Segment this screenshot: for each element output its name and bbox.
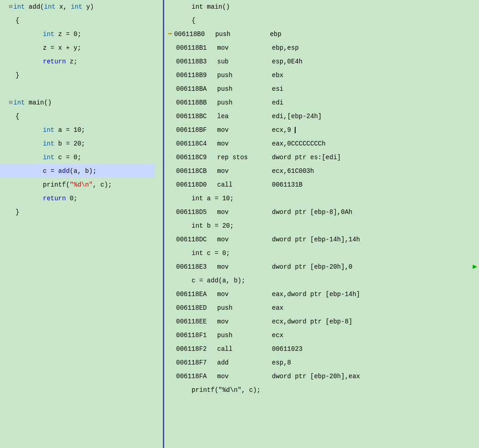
disasm-row-006118ED: 006118ED push eax (164, 301, 479, 315)
var-a-decl-line: int a = 10; (9, 123, 163, 137)
source-line-call-add: c = add(a, b); (164, 274, 479, 287)
disasm-row-006118B0: ➡ 006118B0 push ebp (164, 27, 479, 41)
call-add-line: c = add(a, b); (0, 164, 155, 178)
source-line-printf: printf("%d\n", c); (164, 383, 479, 397)
disasm-row-006118F1: 006118F1 push ecx (164, 328, 479, 342)
disasm-row-006118C9: 006118C9 rep stos dword ptr es:[edi] (164, 151, 479, 164)
func-main-header-line: ⊟int main() (9, 96, 163, 109)
disasm-row-006118B3: 006118B3 sub esp,0E4h (164, 55, 479, 68)
return-0-line: return 0; (9, 192, 163, 205)
disasm-header-brace: { (164, 14, 479, 27)
func-name-main: main (29, 96, 44, 109)
disasm-row-006118D0: 006118D0 call 0061131B (164, 178, 479, 192)
add-brace-close: } (9, 68, 163, 82)
var-b-decl-line: int b = 20; (9, 137, 163, 151)
disasm-row-006118EE: 006118EE mov ecx,dword ptr [ebp-8] (164, 315, 479, 328)
disasm-row-006118DC: 006118DC mov dword ptr [ebp-14h],14h (164, 233, 479, 246)
disassembly-pane: int main() { ➡ 006118B0 push ebp 006118B… (164, 0, 479, 448)
var-z-assign-line: z = x + y; (9, 41, 163, 55)
main-brace-open: { (9, 109, 163, 123)
right-arrow-marker: ▶ (473, 260, 477, 274)
var-c-decl-line: int c = 0; (9, 151, 163, 164)
disasm-row-006118FA: 006118FA mov dword ptr [ebp-20h],eax (164, 370, 479, 383)
disasm-row-006118CB: 006118CB mov ecx,61C003h (164, 164, 479, 178)
printf-call-line: printf("%d\n", c); (9, 178, 163, 192)
add-brace-open: { (9, 14, 163, 27)
collapse-main-btn[interactable]: ⊟ (9, 96, 12, 109)
disasm-row-006118BA: 006118BA push esi (164, 82, 479, 96)
source-lines: ⊟int add(int x, int y) { int z = 0; z = … (0, 0, 163, 219)
disasm-row-006118BC: 006118BC lea edi,[ebp-24h] (164, 109, 479, 123)
var-z-decl-line: int z = 0; (9, 27, 163, 41)
disasm-row-006118BB: 006118BB push edi (164, 96, 479, 109)
disasm-row-006118F2: 006118F2 call 00611023 (164, 342, 479, 356)
blank-line (9, 82, 163, 96)
disasm-func-name: int main() (192, 0, 230, 14)
text-cursor (295, 127, 296, 133)
disasm-row-006118B1: 006118B1 mov ebp,esp (164, 41, 479, 55)
disasm-header-func: int main() (164, 0, 479, 14)
source-line-b: int b = 20; (164, 219, 479, 233)
disasm-row-006118D5: 006118D5 mov dword ptr [ebp-8],0Ah (164, 205, 479, 219)
main-brace-close: } (9, 205, 163, 219)
disasm-row-006118F7: 006118F7 add esp,8 (164, 356, 479, 370)
keyword-int: int (13, 0, 25, 14)
source-line-c: int c = 0; (164, 246, 479, 260)
func-add-header-line: ⊟int add(int x, int y) (9, 0, 163, 14)
disasm-row-006118B9: 006118B9 push ebx (164, 68, 479, 82)
disasm-row-006118E3: 006118E3 mov dword ptr [ebp-20h],0 ▶ (164, 260, 479, 274)
return-z-line: return z; (9, 55, 163, 68)
disasm-row-006118C4: 006118C4 mov eax,0CCCCCCCCh (164, 137, 479, 151)
source-line-a: int a = 10; (164, 192, 479, 205)
disasm-row-006118BF: 006118BF mov ecx,9 (164, 123, 479, 137)
func-name-add: add (29, 0, 40, 14)
collapse-add-btn[interactable]: ⊟ (9, 0, 12, 14)
source-code-pane: ⊟int add(int x, int y) { int z = 0; z = … (0, 0, 164, 448)
disasm-row-006118EA: 006118EA mov eax,dword ptr [ebp-14h] (164, 287, 479, 301)
execution-arrow: ➡ (168, 27, 172, 41)
